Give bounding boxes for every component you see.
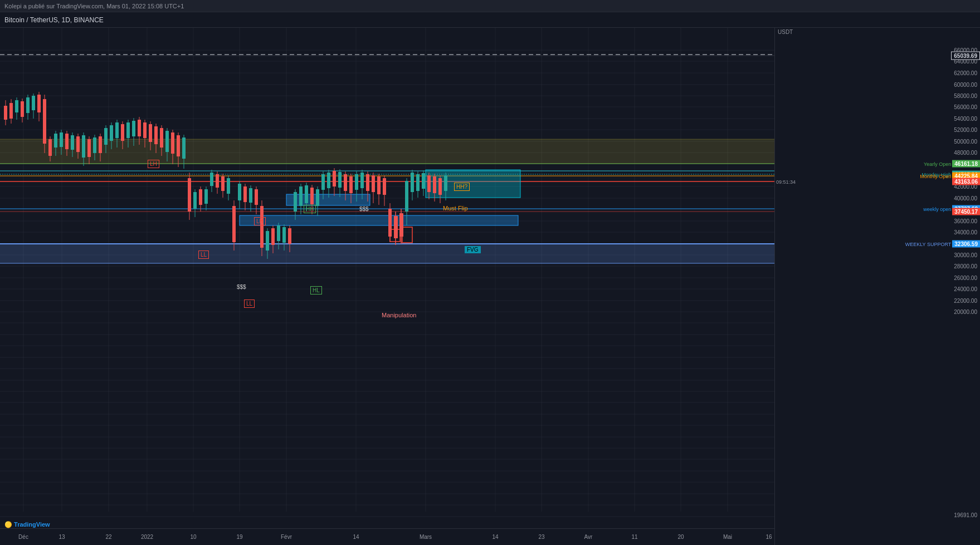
svg-rect-200 — [344, 174, 347, 191]
svg-rect-130 — [149, 124, 152, 142]
currency-label: USDT — [778, 29, 793, 35]
lh-label-2: LH — [254, 217, 266, 225]
svg-rect-216 — [388, 209, 392, 237]
svg-rect-194 — [327, 173, 330, 188]
monthly-open-label: Monthly Open — [920, 173, 951, 179]
price-54000: 54000.00 — [954, 116, 977, 122]
yearly-open-area: Yearly Open 46161.18 — [924, 160, 980, 168]
svg-rect-220 — [399, 213, 403, 237]
svg-rect-188 — [310, 188, 314, 204]
must-flip-label: Must Flip — [443, 205, 468, 212]
hl-label: HL — [310, 286, 322, 294]
svg-rect-190 — [316, 189, 319, 206]
svg-rect-232 — [433, 176, 436, 193]
chart-container: LH LH LL LL HH HL HH? Must Flip $$$ $$$ … — [0, 28, 980, 545]
price-36000: 36000.00 — [954, 218, 977, 224]
date-fevr: Févr — [281, 534, 292, 540]
date-14-mars: 14 — [492, 534, 498, 540]
yearly-open-label: Yearly Open — [924, 161, 951, 166]
date-20: 20 — [677, 534, 684, 540]
svg-rect-98 — [60, 132, 63, 147]
svg-rect-178 — [282, 227, 286, 243]
svg-rect-144 — [188, 178, 191, 212]
svg-rect-66 — [0, 139, 774, 164]
sss-label-1: $$$ — [359, 206, 369, 212]
svg-rect-126 — [138, 120, 141, 136]
date-2022: 2022 — [141, 534, 153, 540]
svg-rect-134 — [160, 128, 163, 148]
svg-rect-116 — [110, 125, 113, 141]
svg-rect-154 — [216, 174, 219, 188]
svg-rect-202 — [349, 176, 353, 193]
svg-rect-69 — [240, 215, 518, 225]
date-22: 22 — [105, 534, 111, 540]
svg-rect-128 — [143, 122, 147, 138]
svg-rect-222 — [405, 181, 408, 212]
price-58000: 58000.00 — [954, 93, 977, 99]
svg-rect-148 — [199, 189, 202, 205]
svg-rect-96 — [54, 134, 57, 148]
price-40000: 40000.00 — [954, 195, 977, 202]
price-30000: 30000.00 — [954, 252, 977, 258]
hh-question-label: HH? — [454, 183, 470, 191]
top-bar: Kolepi a publié sur TradingView.com, Mar… — [0, 0, 980, 12]
svg-rect-146 — [193, 192, 197, 209]
chart-title: Bitcoin / TetherUS, 1D, BINANCE — [4, 16, 104, 24]
svg-rect-78 — [4, 106, 7, 120]
weekly-open-label: weekly open — [923, 206, 951, 212]
svg-rect-88 — [32, 96, 35, 110]
svg-rect-224 — [411, 173, 414, 192]
svg-rect-82 — [15, 100, 18, 112]
price-20000: 20000.00 — [954, 309, 977, 315]
svg-rect-214 — [383, 178, 386, 195]
date-16: 16 — [766, 534, 772, 540]
svg-rect-180 — [288, 228, 291, 244]
svg-rect-90 — [37, 95, 41, 112]
svg-rect-172 — [266, 231, 269, 251]
price-60000: 60000.00 — [954, 82, 977, 88]
date-dec: Déc — [18, 534, 28, 540]
svg-rect-204 — [355, 174, 358, 190]
svg-rect-75 — [402, 227, 412, 243]
svg-rect-230 — [427, 175, 431, 192]
time-label: 09:51:34 — [776, 179, 796, 185]
svg-rect-110 — [93, 138, 96, 153]
svg-rect-174 — [271, 228, 275, 245]
svg-rect-198 — [338, 172, 342, 188]
svg-rect-132 — [154, 126, 158, 144]
svg-rect-168 — [255, 189, 258, 205]
price-48000: 48000.00 — [954, 150, 977, 156]
svg-rect-94 — [48, 139, 52, 156]
chart-svg — [0, 28, 774, 528]
date-13: 13 — [58, 534, 65, 540]
svg-rect-86 — [26, 97, 30, 113]
svg-rect-122 — [126, 122, 130, 138]
svg-rect-124 — [132, 121, 135, 136]
svg-rect-138 — [171, 132, 174, 154]
svg-rect-164 — [243, 186, 247, 202]
price-52000: 52000.00 — [954, 127, 977, 133]
svg-rect-150 — [204, 189, 208, 204]
date-10: 10 — [190, 534, 196, 540]
date-14-fevr: 14 — [353, 534, 359, 540]
svg-rect-70 — [286, 194, 370, 205]
price-34000: 34000.00 — [954, 229, 977, 235]
date-mai: Mai — [723, 534, 732, 540]
fvg-label: FVG — [465, 246, 481, 253]
chart-header: Bitcoin / TetherUS, 1D, BINANCE — [0, 12, 980, 28]
svg-rect-160 — [232, 206, 236, 242]
svg-rect-166 — [249, 188, 252, 203]
svg-rect-102 — [71, 135, 74, 150]
date-19: 19 — [236, 534, 242, 540]
ll-label-2: LL — [244, 299, 255, 308]
price-axis: USDT 66000.00 64000.00 62000.00 60000.00… — [774, 28, 980, 545]
price-50000: 50000.00 — [954, 139, 977, 145]
svg-rect-112 — [99, 136, 102, 153]
date-mars: Mars — [420, 534, 432, 540]
svg-rect-206 — [360, 173, 364, 188]
weekly-support-area: WEEKLY SUPPORT 32306.59 — [905, 240, 980, 248]
svg-rect-140 — [177, 135, 180, 156]
svg-rect-196 — [333, 171, 336, 186]
price-22000: 22000.00 — [954, 298, 977, 304]
price-26000: 26000.00 — [954, 275, 977, 281]
